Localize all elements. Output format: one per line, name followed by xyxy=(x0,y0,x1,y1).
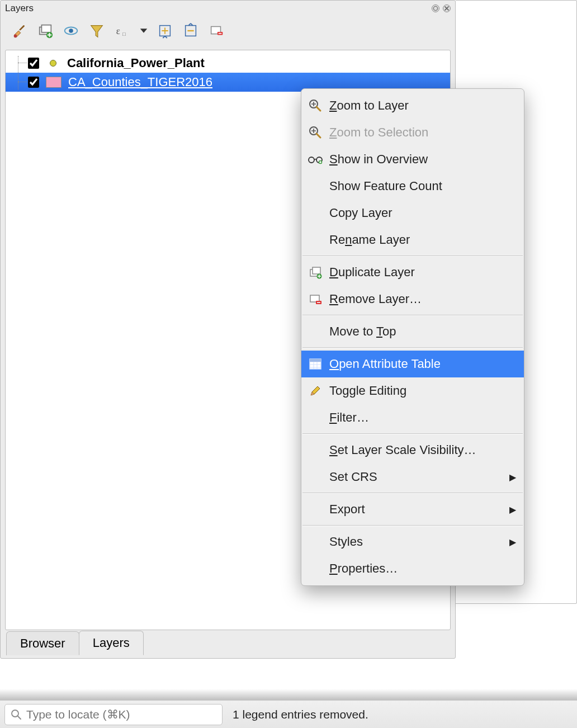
menu-separator xyxy=(302,433,523,434)
add-group-icon[interactable] xyxy=(35,21,55,41)
remove-layer-icon[interactable] xyxy=(206,21,226,41)
locator-input[interactable] xyxy=(26,708,216,721)
filter-funnel-icon[interactable] xyxy=(87,21,107,41)
menu-item-label: Duplicate Layer xyxy=(329,265,516,280)
menu-item-label: Remove Layer… xyxy=(329,292,516,306)
menu-item-label: Show in Overview xyxy=(329,152,516,167)
menu-item-copy-layer[interactable]: Copy Layer xyxy=(301,200,524,226)
status-message: 1 legend entries removed. xyxy=(233,708,368,721)
menu-item-label: Set CRS xyxy=(329,470,504,484)
menu-item-label: Show Feature Count xyxy=(329,179,516,193)
dock-icon[interactable] xyxy=(432,4,439,12)
layer-row-power-plant[interactable]: California_Power_Plant xyxy=(6,54,450,73)
menu-separator xyxy=(302,493,523,494)
menu-item-export[interactable]: Export▶ xyxy=(301,496,524,523)
menu-item-scale-vis[interactable]: Set Layer Scale Visibility… xyxy=(301,437,524,464)
menu-item-filter[interactable]: Filter… xyxy=(301,404,524,431)
submenu-arrow-icon: ▶ xyxy=(509,537,516,547)
tab-layers[interactable]: Layers xyxy=(79,631,144,655)
layer-name-label: CA_Counties_TIGER2016 xyxy=(68,75,212,89)
svg-point-6 xyxy=(69,29,73,33)
remove-icon xyxy=(307,291,324,308)
menu-item-label: Move to Top xyxy=(329,324,516,339)
menu-item-zoom-selection: Zoom to Selection xyxy=(301,119,524,146)
layer-symbol-polygon-icon xyxy=(46,77,62,88)
menu-item-label: Filter… xyxy=(329,410,516,425)
menu-separator xyxy=(302,347,523,348)
status-bar: 1 legend entries removed. xyxy=(0,700,577,728)
menu-item-label: Toggle Editing xyxy=(329,384,516,398)
expand-all-icon[interactable] xyxy=(155,21,175,41)
menu-item-remove-layer[interactable]: Remove Layer… xyxy=(301,286,524,313)
menu-item-label: Zoom to Selection xyxy=(329,125,516,140)
search-icon xyxy=(11,709,22,720)
menu-separator xyxy=(302,315,523,316)
menu-separator xyxy=(302,525,523,526)
menu-item-label: Properties… xyxy=(329,561,516,576)
menu-item-label: Set Layer Scale Visibility… xyxy=(329,443,516,457)
close-icon[interactable] xyxy=(443,4,451,12)
menu-separator xyxy=(302,256,523,257)
menu-item-toggle-editing[interactable]: Toggle Editing xyxy=(301,377,524,404)
layer-visibility-checkbox[interactable] xyxy=(28,77,39,88)
menu-item-styles[interactable]: Styles▶ xyxy=(301,528,524,555)
table-icon xyxy=(307,356,324,372)
style-brush-icon[interactable] xyxy=(10,21,30,41)
layers-toolbar: ε□ xyxy=(1,16,455,48)
submenu-arrow-icon: ▶ xyxy=(509,472,516,483)
menu-item-rename-layer[interactable]: Rename Layer xyxy=(301,226,524,253)
collapse-all-icon[interactable] xyxy=(181,21,201,41)
svg-point-0 xyxy=(433,6,437,10)
panel-titlebar: Layers xyxy=(1,1,455,16)
svg-text:□: □ xyxy=(122,31,126,37)
menu-item-label: Zoom to Layer xyxy=(329,98,516,113)
locator-search[interactable] xyxy=(4,704,223,725)
menu-item-label: Styles xyxy=(329,535,504,549)
duplicate-icon xyxy=(307,264,324,281)
layer-context-menu: Zoom to LayerZoom to SelectionShow in Ov… xyxy=(301,88,524,586)
svg-rect-24 xyxy=(310,359,321,362)
svg-rect-3 xyxy=(41,25,51,32)
menu-item-zoom-layer[interactable]: Zoom to Layer xyxy=(301,92,524,119)
layer-name-label: California_Power_Plant xyxy=(67,56,205,70)
svg-point-25 xyxy=(12,710,18,717)
dropdown-arrow-icon[interactable] xyxy=(138,21,149,41)
zoom-in-icon xyxy=(307,97,324,114)
menu-item-label: Rename Layer xyxy=(329,233,516,247)
menu-item-open-attr-table[interactable]: Open Attribute Table xyxy=(301,351,524,377)
pencil-icon xyxy=(307,382,324,399)
menu-item-show-overview[interactable]: Show in Overview xyxy=(301,146,524,173)
layer-visibility-checkbox[interactable] xyxy=(28,58,39,69)
svg-point-1 xyxy=(14,35,17,38)
visibility-eye-icon[interactable] xyxy=(61,21,81,41)
tab-browser[interactable]: Browser xyxy=(6,631,79,655)
submenu-arrow-icon: ▶ xyxy=(509,504,516,515)
svg-rect-19 xyxy=(313,267,320,274)
svg-point-15 xyxy=(309,157,314,163)
menu-item-feature-count[interactable]: Show Feature Count xyxy=(301,173,524,200)
menu-item-label: Copy Layer xyxy=(329,206,516,220)
glasses-icon xyxy=(307,151,324,168)
layer-symbol-point-icon xyxy=(50,60,56,67)
svg-text:ε: ε xyxy=(116,26,120,36)
panel-tabs: Browser Layers xyxy=(6,630,143,655)
menu-item-properties[interactable]: Properties… xyxy=(301,555,524,582)
menu-item-label: Export xyxy=(329,502,504,517)
zoom-in-icon xyxy=(307,124,324,141)
menu-item-label: Open Attribute Table xyxy=(329,357,516,371)
panel-title: Layers xyxy=(5,3,428,14)
menu-item-move-top[interactable]: Move to Top xyxy=(301,318,524,345)
expression-icon[interactable]: ε□ xyxy=(112,21,133,41)
menu-item-duplicate-layer[interactable]: Duplicate Layer xyxy=(301,259,524,286)
menu-item-set-crs[interactable]: Set CRS▶ xyxy=(301,464,524,490)
